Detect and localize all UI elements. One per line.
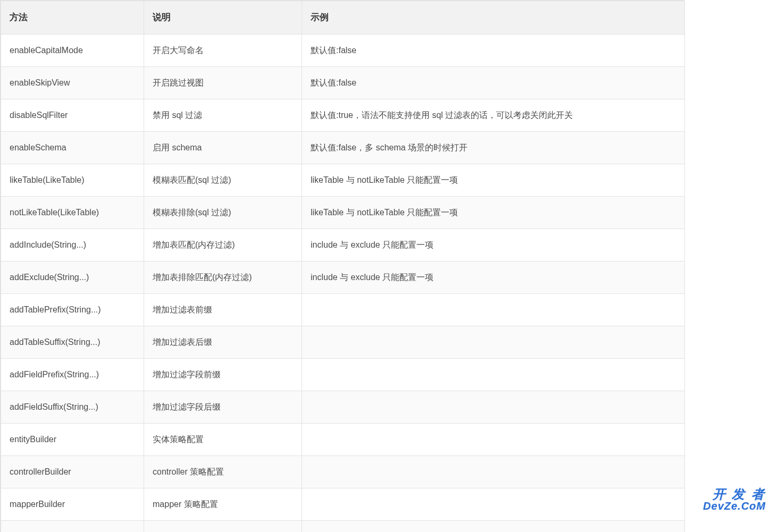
header-method: 方法	[1, 1, 144, 35]
cell-description: controller 策略配置	[144, 455, 302, 488]
cell-method: addTableSuffix(String...)	[1, 326, 144, 358]
table-row: controllerBuilder controller 策略配置	[1, 455, 685, 488]
cell-method: serviceBuilder	[1, 520, 144, 532]
cell-description: 禁用 sql 过滤	[144, 99, 302, 131]
cell-description: 实体策略配置	[144, 423, 302, 455]
cell-description: 增加过滤字段前缀	[144, 358, 302, 391]
cell-description: mapper 策略配置	[144, 488, 302, 520]
cell-description: 增加表匹配(内存过滤)	[144, 229, 302, 261]
watermark-line2: DevZe.CoM	[703, 501, 766, 512]
cell-method: disableSqlFilter	[1, 99, 144, 131]
cell-method: notLikeTable(LikeTable)	[1, 196, 144, 229]
cell-example: include 与 exclude 只能配置一项	[302, 261, 685, 293]
cell-description: 增加过滤表前缀	[144, 293, 302, 326]
cell-method: addExclude(String...)	[1, 261, 144, 293]
cell-example	[302, 293, 685, 326]
cell-description: 启用 schema	[144, 131, 302, 164]
cell-example	[302, 423, 685, 455]
cell-description: 模糊表匹配(sql 过滤)	[144, 164, 302, 196]
table-row: enableCapitalMode 开启大写命名 默认值:false	[1, 34, 685, 66]
cell-example	[302, 391, 685, 423]
cell-method: enableCapitalMode	[1, 34, 144, 66]
cell-example: 默认值:false	[302, 66, 685, 99]
table-row: serviceBuilder service 策略配置	[1, 520, 685, 532]
cell-method: entityBuilder	[1, 423, 144, 455]
table-row: addTablePrefix(String...) 增加过滤表前缀	[1, 293, 685, 326]
header-description: 说明	[144, 1, 302, 35]
table-row: addExclude(String...) 增加表排除匹配(内存过滤) incl…	[1, 261, 685, 293]
cell-method: addFieldPrefix(String...)	[1, 358, 144, 391]
table-row: mapperBuilder mapper 策略配置	[1, 488, 685, 520]
cell-example	[302, 358, 685, 391]
cell-description: 模糊表排除(sql 过滤)	[144, 196, 302, 229]
cell-description: 增加过滤表后缀	[144, 326, 302, 358]
cell-example	[302, 326, 685, 358]
cell-example: likeTable 与 notLikeTable 只能配置一项	[302, 164, 685, 196]
table-row: notLikeTable(LikeTable) 模糊表排除(sql 过滤) li…	[1, 196, 685, 229]
cell-method: addTablePrefix(String...)	[1, 293, 144, 326]
watermark: 开 发 者 DevZe.CoM	[703, 487, 766, 512]
cell-example	[302, 488, 685, 520]
cell-example: likeTable 与 notLikeTable 只能配置一项	[302, 196, 685, 229]
cell-method: controllerBuilder	[1, 455, 144, 488]
api-table: 方法 说明 示例 enableCapitalMode 开启大写命名 默认值:fa…	[1, 1, 685, 532]
cell-method: enableSkipView	[1, 66, 144, 99]
table-row: disableSqlFilter 禁用 sql 过滤 默认值:true，语法不能…	[1, 99, 685, 131]
cell-description: 开启跳过视图	[144, 66, 302, 99]
watermark-line1: 开 发 者	[703, 487, 766, 501]
table-row: entityBuilder 实体策略配置	[1, 423, 685, 455]
cell-example	[302, 455, 685, 488]
cell-example: 默认值:true，语法不能支持使用 sql 过滤表的话，可以考虑关闭此开关	[302, 99, 685, 131]
table-row: likeTable(LikeTable) 模糊表匹配(sql 过滤) likeT…	[1, 164, 685, 196]
cell-method: enableSchema	[1, 131, 144, 164]
table-row: addTableSuffix(String...) 增加过滤表后缀	[1, 326, 685, 358]
cell-example: 默认值:false	[302, 34, 685, 66]
cell-description: 增加表排除匹配(内存过滤)	[144, 261, 302, 293]
cell-example	[302, 520, 685, 532]
table-row: addInclude(String...) 增加表匹配(内存过滤) includ…	[1, 229, 685, 261]
table-body: enableCapitalMode 开启大写命名 默认值:false enabl…	[1, 34, 685, 532]
cell-description: service 策略配置	[144, 520, 302, 532]
api-table-container: 方法 说明 示例 enableCapitalMode 开启大写命名 默认值:fa…	[0, 0, 684, 532]
cell-description: 增加过滤字段后缀	[144, 391, 302, 423]
cell-method: addFieldSuffix(String...)	[1, 391, 144, 423]
table-row: enableSchema 启用 schema 默认值:false，多 schem…	[1, 131, 685, 164]
table-row: addFieldPrefix(String...) 增加过滤字段前缀	[1, 358, 685, 391]
table-row: addFieldSuffix(String...) 增加过滤字段后缀	[1, 391, 685, 423]
cell-example: include 与 exclude 只能配置一项	[302, 229, 685, 261]
cell-example: 默认值:false，多 schema 场景的时候打开	[302, 131, 685, 164]
cell-method: mapperBuilder	[1, 488, 144, 520]
cell-description: 开启大写命名	[144, 34, 302, 66]
table-header-row: 方法 说明 示例	[1, 1, 685, 35]
header-example: 示例	[302, 1, 685, 35]
table-row: enableSkipView 开启跳过视图 默认值:false	[1, 66, 685, 99]
cell-method: addInclude(String...)	[1, 229, 144, 261]
cell-method: likeTable(LikeTable)	[1, 164, 144, 196]
